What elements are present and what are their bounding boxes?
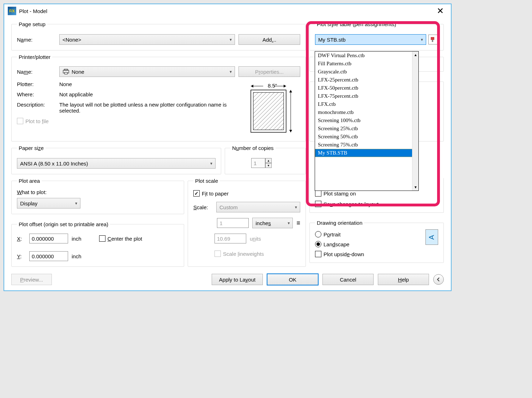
page-orientation-icon: A [425, 229, 438, 245]
dropdown-option[interactable]: LFX-50percent.ctb [315, 84, 418, 92]
scale-unit1-input [217, 218, 249, 228]
plot-scale-group: Plot scale Fit to paper Scale: Custom ▼ … [188, 178, 306, 267]
paper-size-combo[interactable]: ANSI A (8.50 x 11.00 Inches) ▼ [17, 158, 216, 169]
svg-rect-0 [431, 37, 434, 40]
plot-dialog: F/X Plot - Model ✕ Page setup Name: <Non… [4, 4, 452, 291]
plotter-label: Plotter: [17, 81, 56, 87]
plot-offset-legend: Plot offset (origin set to printable are… [17, 221, 110, 227]
plot-style-dropdown-list[interactable]: DWF Virtual Pens.ctb Fill Patterns.ctb G… [315, 51, 419, 191]
svg-marker-9 [284, 85, 286, 88]
add-page-setup-button[interactable]: Add... [238, 34, 300, 45]
dropdown-option[interactable]: Screening 100%.ctb [315, 116, 418, 125]
plot-style-group: Plot style table (pen assignments) My ST… [309, 21, 444, 50]
scale-unit2-input [214, 234, 246, 243]
dropdown-option[interactable]: Screening 50%.ctb [315, 133, 418, 141]
dropdown-option[interactable]: monochrome.ctb [315, 108, 418, 116]
plot-style-table-combo[interactable]: My STB.stb ▼ [315, 34, 426, 45]
preview-button[interactable]: Preview... [11, 274, 52, 285]
offset-x-input[interactable] [29, 234, 68, 243]
apply-to-layout-button[interactable]: Apply to Layout [212, 274, 263, 285]
chevron-down-icon: ▼ [229, 70, 232, 74]
where-label: Where: [17, 91, 56, 97]
printer-icon [62, 69, 69, 74]
what-to-plot-combo[interactable]: Display ▼ [17, 198, 80, 209]
titlebar: F/X Plot - Model ✕ [4, 4, 451, 18]
page-setup-legend: Page setup [17, 21, 47, 27]
scale-label: Scale: [193, 204, 213, 210]
paper-size-group: Paper size ANSI A (8.50 x 11.00 Inches) … [11, 145, 221, 174]
copies-input[interactable] [251, 158, 265, 168]
dropdown-option[interactable]: Fill Patterns.ctb [315, 60, 418, 68]
svg-rect-1 [432, 40, 433, 42]
app-icon: F/X [8, 7, 16, 15]
svg-marker-16 [289, 130, 292, 132]
window-title: Plot - Model [19, 8, 433, 14]
paintbrush-icon [430, 36, 436, 43]
portrait-radio[interactable]: Portrait [315, 231, 418, 237]
orientation-legend: Drawing orientation [315, 220, 364, 226]
plot-to-file-checkbox: Plot to file [17, 118, 246, 124]
scale-lineweights-checkbox: Scale lineweights [193, 251, 300, 257]
page-setup-group: Page setup Name: <None> ▼ Add... [11, 21, 306, 50]
paper-preview-icon: 8.5" 11.0" [246, 81, 300, 136]
plot-scale-legend: Plot scale [193, 178, 220, 184]
dropdown-option[interactable]: LFX-75percent.ctb [315, 92, 418, 100]
ok-button[interactable]: OK [267, 274, 318, 285]
help-button[interactable]: Help [378, 274, 429, 285]
fit-to-paper-checkbox[interactable]: Fit to paper [193, 190, 300, 197]
chevron-down-icon: ▼ [420, 38, 424, 42]
offset-x-unit: inch [72, 236, 81, 242]
dropdown-option[interactable]: Grayscale.ctb [315, 68, 418, 76]
printer-name-label: Name: [17, 69, 56, 75]
scale-combo: Custom ▼ [216, 202, 300, 212]
dropdown-option[interactable]: LFX.ctb [315, 100, 418, 108]
where-value: Not applicable [59, 91, 93, 97]
offset-x-label: X: [17, 236, 26, 242]
plot-area-legend: Plot area [17, 178, 42, 184]
center-plot-checkbox[interactable]: Center the plot [99, 235, 142, 242]
paper-size-legend: Paper size [17, 145, 46, 151]
landscape-radio[interactable]: Landscape [315, 241, 418, 247]
svg-rect-4 [65, 72, 67, 74]
printer-legend: Printer/plotter [17, 54, 52, 60]
cancel-button[interactable]: Cancel [322, 274, 374, 285]
svg-rect-3 [64, 69, 68, 70]
edit-plot-style-button[interactable] [428, 35, 438, 44]
printer-name-combo[interactable]: None ▼ [59, 66, 235, 77]
save-changes-checkbox[interactable]: Save changes to layout [315, 201, 438, 207]
scroll-down-icon[interactable]: ▼ [414, 185, 417, 189]
spinner-down-icon[interactable]: ▼ [265, 163, 272, 168]
orientation-group: Drawing orientation Portrait Landscape [309, 220, 444, 263]
plotter-value: None [59, 81, 72, 87]
page-setup-name-combo[interactable]: <None> ▼ [59, 34, 235, 45]
dropdown-option[interactable]: LFX-25percent.ctb [315, 76, 418, 84]
plot-offset-group: Plot offset (origin set to printable are… [11, 221, 184, 267]
page-setup-name-label: Name: [17, 37, 56, 43]
spinner-up-icon[interactable]: ▲ [265, 158, 272, 163]
close-icon[interactable]: ✕ [433, 6, 447, 16]
printer-properties-button[interactable]: Properties... [238, 66, 300, 77]
dropdown-option-selected[interactable]: My STB.STB [315, 149, 418, 157]
svg-text:8.5": 8.5" [268, 83, 277, 89]
dropdown-option[interactable]: Screening 75%.ctb [315, 141, 418, 149]
scale-unit-combo[interactable]: inches ▼ [252, 218, 293, 228]
offset-y-input[interactable] [29, 251, 68, 261]
plot-stamp-checkbox[interactable]: Plot stamp on [315, 190, 438, 197]
dropdown-option[interactable]: DWF Virtual Pens.ctb [315, 52, 418, 60]
plot-style-legend: Plot style table (pen assignments) [315, 21, 398, 27]
number-of-copies-group: Number of copies ▲ ▼ [225, 145, 306, 174]
svg-marker-7 [251, 85, 253, 88]
scroll-up-icon[interactable]: ▲ [414, 53, 417, 57]
dropdown-scrollbar[interactable]: ▲ ▼ [412, 52, 418, 191]
equals-icon: ≡ [296, 219, 300, 227]
description-value: The layout will not be plotted unless a … [59, 102, 246, 114]
description-label: Description: [17, 102, 56, 108]
copies-spinner[interactable]: ▲ ▼ [251, 158, 279, 168]
expand-chevron-icon[interactable] [433, 274, 444, 285]
chevron-down-icon: ▼ [210, 162, 213, 165]
svg-rect-13 [253, 92, 284, 130]
chevron-down-icon: ▼ [74, 201, 78, 205]
upside-down-checkbox[interactable]: Plot upside-down [315, 251, 418, 257]
chevron-down-icon: ▼ [287, 221, 291, 225]
dropdown-option[interactable]: Screening 25%.ctb [315, 125, 418, 133]
